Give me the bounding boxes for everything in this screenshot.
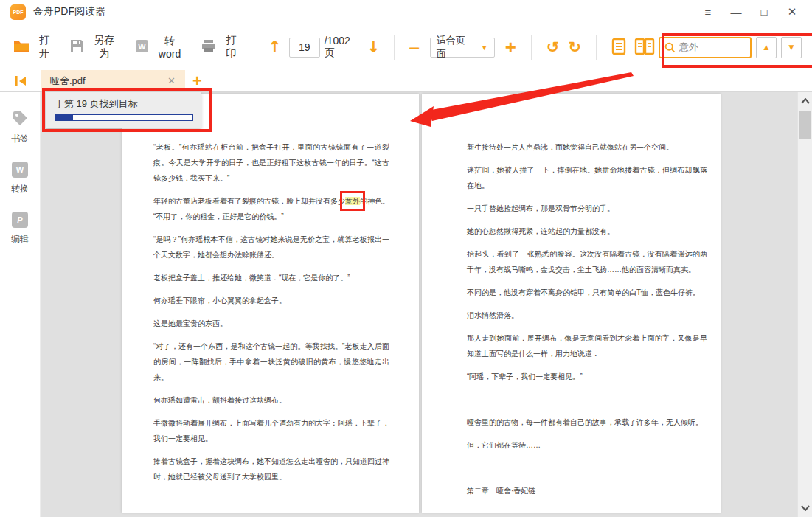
maximize-button[interactable]: □ [754,4,774,20]
zoom-out-button[interactable]: – [405,38,424,57]
paragraph: 捧着古镜盒子，握着这块绸布，她不知道怎么走出哑舍的，只知道回过神时，她就已经被父… [153,454,389,485]
single-page-icon [611,38,627,55]
folder-icon [13,39,30,55]
paragraph: 那人走到她面前，展开绸布，像是无意间看到才念着上面的字，又像是早知道上面写的是什… [467,330,707,361]
paragraph: 一只手替她捡起绸布，那是双骨节分明的手。 [467,201,707,216]
paragraph: “老板。”何亦瑶站在柜台前，把盒子打开，里面的古镜镜面有了一道裂痕。今天是大学开… [153,139,389,186]
sidebar: 书签 W 转换 P 编辑 [0,92,41,517]
toolbar-separator [254,35,254,60]
single-page-view-button[interactable] [607,36,631,59]
paragraph: 手微微抖动着展开绸布，上面写着几个遒劲有力的大字：阿瑶，下辈子，我们一定要相见。 [153,415,389,446]
app-logo-icon: PDF [10,4,26,20]
toolbar-separator [394,35,395,60]
paragraph [467,460,707,476]
find-progress-fill [55,115,73,120]
vertical-scrollbar[interactable] [797,92,812,517]
title-bar: PDF 金舟PDF阅读器 ≡ — □ ✕ [0,0,812,24]
paragraph [467,392,707,407]
search-input[interactable] [679,42,738,53]
sidebar-item-label: 转换 [11,183,29,195]
print-button[interactable]: 打印 [198,30,243,65]
app-window: { "window": { "title": "金舟PDF阅读器", "app_… [0,0,812,517]
main-area: 书签 W 转换 P 编辑 “老板。”何亦瑶站在柜台前，把盒子打开，里面的古镜镜面… [0,92,812,517]
tab-title: 哑舍.pdf [50,74,86,88]
chevron-down-icon: ▼ [481,44,488,52]
paragraph: 何亦瑶垂下眼帘，小心翼翼的拿起盒子。 [153,293,389,308]
find-progress-bar [55,114,193,121]
paragraph: 但，它们都在等待…… [467,437,707,453]
pdf-page-left: “老板。”何亦瑶站在柜台前，把盒子打开，里面的古镜镜面有了一道裂痕。今天是大学开… [122,94,419,513]
paragraph: “是吗？”何亦瑶根本不信，这古镜对她来说是无价之宝，就算老板报出一个天文数字，她… [153,232,389,263]
paragraph: 老板把盒子盖上，推还给她，微笑道：“现在，它是你的了。” [153,270,389,285]
page-number-input[interactable] [289,38,320,58]
page-total-label: /1002页 [325,35,359,60]
sidebar-item-edit[interactable]: P 编辑 [11,212,29,246]
paragraph: 年轻的古董店老板看着有了裂痕的古镜，脸上却并没有多少意外的神色。“不用了，你的租… [153,193,389,224]
floppy-disk-icon [70,39,84,55]
paragraph: 泪水悄然滑落。 [467,308,707,323]
sidebar-item-label: 编辑 [11,233,29,246]
word-doc-icon: W [12,162,28,178]
scrollbar-thumb[interactable] [799,111,811,139]
pdf-viewer[interactable]: “老板。”何亦瑶站在柜台前，把盒子打开，里面的古镜镜面有了一道裂痕。今天是大学开… [41,92,812,517]
toolbar: 打开 另存为 W 转word 打印 ↑ /1002页 ↓ – 适合页面 ▼ + … [0,24,812,70]
document-tab[interactable]: 哑舍.pdf ✕ [41,70,185,91]
two-page-view-button[interactable] [631,36,659,59]
app-title: 金舟PDF阅读器 [33,5,105,18]
paragraph: 何亦瑶如遭雷击，颤抖着接过这块绸布。 [153,392,389,408]
toolbar-separator [596,35,597,60]
rotate-left-button[interactable]: ↺ [542,40,564,55]
zoom-mode-dropdown[interactable]: 适合页面 ▼ [430,38,495,58]
printer-icon [201,39,216,55]
find-next-button[interactable]: ▼ [781,37,802,58]
toolbar-separator [531,35,532,60]
minimize-button[interactable]: — [726,4,746,20]
zoom-mode-value: 适合页面 [437,34,473,60]
paragraph: 迷茫间，她被人撞了一下，摔倒在地。她拼命地搂着古镜，但绸布却飘落在地。 [467,162,707,193]
tab-bar: 哑舍.pdf ✕ + [0,70,812,92]
paragraph: 第二章 哑舍·香妃链 [467,483,707,499]
paragraph: 不同的是，他没有穿着不离身的铠甲，只有简单的白T恤，蓝色牛仔裤。 [467,285,707,300]
svg-text:W: W [138,42,146,51]
collapse-panel-icon [15,76,27,86]
menu-icon[interactable]: ≡ [698,4,718,20]
sidebar-item-bookmarks[interactable]: 书签 [11,110,29,145]
tab-close-icon[interactable]: ✕ [165,75,178,86]
find-previous-button[interactable]: ▲ [756,37,777,58]
save-as-button[interactable]: 另存为 [67,30,122,65]
search-field[interactable] [659,37,752,58]
paragraph: 哑舍里的的古物，每一件都有着自己的故事，承载了许多年，无人倾听。 [467,414,707,430]
paragraph: 抬起头，看到了一张熟悉的脸容。这次没有隔着古镜，没有隔着遥远的两千年，没有战马嘶… [467,246,707,277]
search-area: ▲ ▼ [659,37,802,58]
find-result-text: 于第 19 页找到目标 [55,97,193,111]
two-page-icon [634,38,655,55]
paragraph: 新生接待处一片人声鼎沸，而她觉得自己就像站在另一个空间。 [467,139,707,155]
next-page-button[interactable]: ↓ [364,39,383,55]
open-button[interactable]: 打开 [10,30,57,65]
search-match-highlight: 意外 [345,197,360,205]
scroll-up-icon[interactable] [798,94,812,108]
add-tab-button[interactable]: + [185,70,209,91]
find-result-toast: 于第 19 页找到目标 [46,92,201,128]
sidebar-item-label: 书签 [11,133,29,145]
rotate-right-button[interactable]: ↻ [563,40,586,55]
bookmark-tag-icon [11,110,29,128]
scroll-down-icon[interactable] [798,501,812,516]
sidebar-item-convert[interactable]: W 转换 [11,162,29,195]
pdf-page-right: 新生接待处一片人声鼎沸，而她觉得自己就像站在另一个空间。迷茫间，她被人撞了一下，… [422,94,721,513]
zoom-in-button[interactable]: + [501,38,521,57]
paragraph: “阿瑶，下辈子，我们一定要相见。” [467,369,707,384]
previous-page-button[interactable]: ↑ [265,39,284,55]
word-icon: W [135,39,149,55]
paragraph: 她的心忽然揪得死紧，连站起的力量都没有。 [467,223,707,239]
collapse-sidebar-button[interactable] [0,70,41,91]
search-icon [664,42,676,53]
paragraph: “对了，还有一个东西，是和这个古镜一起的。等我找找。”老板走入后面的房间，一阵翻… [153,339,389,385]
paragraph: 这是她最宝贵的东西。 [153,316,389,331]
pdf-edit-icon: P [12,212,28,228]
convert-to-word-button[interactable]: W 转word [132,30,188,64]
close-button[interactable]: ✕ [782,4,802,20]
